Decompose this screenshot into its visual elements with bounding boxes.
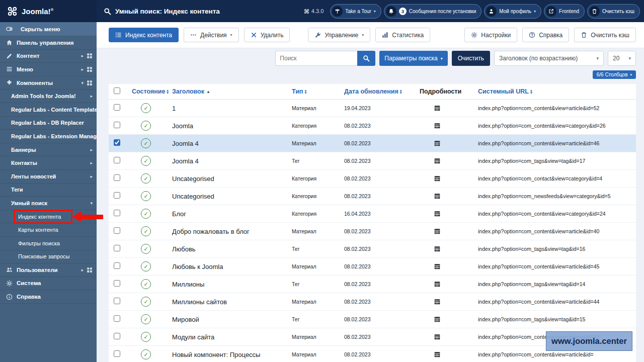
select-all-checkbox[interactable] xyxy=(114,87,120,94)
published-icon[interactable]: ✓ xyxy=(141,103,151,113)
row-checkbox[interactable] xyxy=(114,157,120,163)
calendar-icon[interactable] xyxy=(434,228,441,235)
maintenance-button[interactable]: Управление▾ xyxy=(308,28,370,42)
row-checkbox[interactable] xyxy=(114,315,120,322)
calendar-icon[interactable] xyxy=(434,105,441,112)
statistics-button[interactable]: Статистика xyxy=(375,28,430,42)
sidebar-item-contacts[interactable]: Контакты▸ xyxy=(0,156,97,170)
page-size-select[interactable]: 20▾ xyxy=(608,51,636,66)
column-header-url[interactable]: Системный URL xyxy=(478,88,636,95)
calendar-icon[interactable] xyxy=(434,140,441,147)
post-installation-messages-button[interactable]: 3Сообщения после установки xyxy=(384,4,481,19)
row-url: index.php?option=com_content&view=articl… xyxy=(478,140,636,146)
delete-button[interactable]: Удалить xyxy=(244,28,290,42)
sidebar-item-search-filters[interactable]: Фильтры поиска xyxy=(0,237,97,250)
published-icon[interactable]: ✓ xyxy=(141,209,151,219)
take-a-tour-button[interactable]: Take a Tour▾ xyxy=(330,4,381,19)
clear-cache-button[interactable]: Очистить кэш xyxy=(587,4,640,19)
row-checkbox[interactable] xyxy=(114,298,120,304)
calendar-icon[interactable] xyxy=(434,175,441,182)
calendar-icon[interactable] xyxy=(434,281,441,288)
calendar-icon[interactable] xyxy=(434,245,441,252)
row-checkbox[interactable] xyxy=(114,333,120,339)
row-checkbox[interactable] xyxy=(114,122,120,128)
actions-button[interactable]: Действия▾ xyxy=(184,28,239,42)
published-icon[interactable]: ✓ xyxy=(141,314,151,324)
content-index-button[interactable]: Индекс контента xyxy=(109,28,179,42)
column-header-title[interactable]: Заголовок▲ xyxy=(172,88,292,95)
clear-search-button[interactable]: Очистить xyxy=(452,51,490,66)
published-icon[interactable]: ✓ xyxy=(141,156,151,166)
sidebar-item-control-panel[interactable]: Панель управления xyxy=(0,36,97,50)
row-checkbox[interactable] xyxy=(114,174,120,181)
row-checkbox[interactable] xyxy=(114,227,120,234)
published-icon[interactable]: ✓ xyxy=(141,349,151,359)
column-header-type[interactable]: Тип xyxy=(292,88,344,95)
sidebar-item-search-terms[interactable]: Поисковые запросы xyxy=(0,250,97,264)
clear-cache-toolbar-button[interactable]: Очистить кэш xyxy=(574,28,636,42)
row-checkbox[interactable] xyxy=(114,139,120,146)
calendar-icon[interactable] xyxy=(434,122,441,129)
sidebar-item-banners[interactable]: Баннеры▸ xyxy=(0,143,97,157)
calendar-icon[interactable] xyxy=(434,316,441,323)
sidebar-item-rl-db-replacer[interactable]: Regular Labs - DB Replacer xyxy=(0,117,97,130)
sidebar-item-users[interactable]: Пользователи▸ xyxy=(0,263,97,277)
search-options-button[interactable]: Параметры поиска▾ xyxy=(379,51,447,66)
sort-order-select[interactable]: Заголовок (по возрастанию)▾ xyxy=(494,51,604,66)
sidebar-item-content-maps[interactable]: Карты контента xyxy=(0,223,97,237)
grid-icon[interactable] xyxy=(87,80,93,86)
sidebar-item-newsfeeds[interactable]: Ленты новостей▸ xyxy=(0,170,97,184)
sidebar-item-admin-tools[interactable]: Admin Tools for Joomla!▸ xyxy=(0,89,97,103)
grid-icon[interactable] xyxy=(87,53,93,59)
published-icon[interactable]: ✓ xyxy=(141,279,151,289)
search-submit-button[interactable] xyxy=(357,51,375,66)
row-checkbox[interactable] xyxy=(114,245,120,251)
published-icon[interactable]: ✓ xyxy=(141,173,151,184)
column-header-status[interactable]: Состояние xyxy=(132,88,172,95)
row-date: 08.02.2023 xyxy=(344,175,420,182)
published-icon[interactable]: ✓ xyxy=(141,261,151,272)
columns-visibility-badge[interactable]: 6/6 Столбцов▾ xyxy=(593,70,636,79)
published-icon[interactable]: ✓ xyxy=(141,332,151,342)
search-input[interactable] xyxy=(275,51,357,66)
calendar-icon[interactable] xyxy=(434,210,441,217)
calendar-icon[interactable] xyxy=(434,263,441,270)
row-checkbox[interactable] xyxy=(114,104,120,111)
options-button[interactable]: Настройки xyxy=(464,28,517,42)
sidebar-item-menus[interactable]: Меню▸ xyxy=(0,63,97,76)
sidebar-item-system[interactable]: Система xyxy=(0,277,97,291)
row-checkbox[interactable] xyxy=(114,210,120,216)
published-icon[interactable]: ✓ xyxy=(141,226,151,236)
help-button[interactable]: Справка xyxy=(522,28,569,42)
calendar-icon[interactable] xyxy=(434,333,441,340)
sidebar-item-smart-search[interactable]: Умный поиск▾ xyxy=(0,197,97,210)
calendar-icon[interactable] xyxy=(434,351,441,358)
sidebar-item-components[interactable]: Компоненты▾ xyxy=(0,76,97,90)
row-details-cell xyxy=(420,333,478,340)
row-checkbox[interactable] xyxy=(114,192,120,199)
sidebar-item-content-index[interactable]: Индекс контента xyxy=(0,210,97,224)
sidebar-item-help[interactable]: Справка xyxy=(0,290,97,304)
sidebar-item-tags[interactable]: Теги xyxy=(0,184,97,197)
table-row: ✓ЛюбовьТег08.02.2023index.php?option=com… xyxy=(109,240,636,258)
grid-icon[interactable] xyxy=(87,267,93,273)
published-icon[interactable]: ✓ xyxy=(141,297,151,307)
toggle-menu-button[interactable]: Скрыть меню xyxy=(0,22,97,36)
sidebar-item-rl-extension-manager[interactable]: Regular Labs - Extension Manager xyxy=(0,130,97,143)
frontend-button[interactable]: Frontend xyxy=(544,4,585,19)
calendar-icon[interactable] xyxy=(434,157,441,164)
row-checkbox[interactable] xyxy=(114,280,120,287)
sidebar-item-rl-content-templater[interactable]: Regular Labs - Content Templater xyxy=(0,103,97,117)
row-checkbox[interactable] xyxy=(114,262,120,269)
my-profile-button[interactable]: Мой профиль▾ xyxy=(484,4,541,19)
calendar-icon[interactable] xyxy=(434,298,441,305)
published-icon[interactable]: ✓ xyxy=(141,121,151,131)
row-checkbox[interactable] xyxy=(114,350,120,357)
published-icon[interactable]: ✓ xyxy=(141,244,151,254)
published-icon[interactable]: ✓ xyxy=(141,191,151,201)
calendar-icon[interactable] xyxy=(434,193,441,200)
published-icon[interactable]: ✓ xyxy=(141,138,151,148)
sidebar-item-content[interactable]: Контент▸ xyxy=(0,50,97,63)
grid-icon[interactable] xyxy=(87,66,93,72)
column-header-date[interactable]: Дата обновления xyxy=(344,88,420,95)
